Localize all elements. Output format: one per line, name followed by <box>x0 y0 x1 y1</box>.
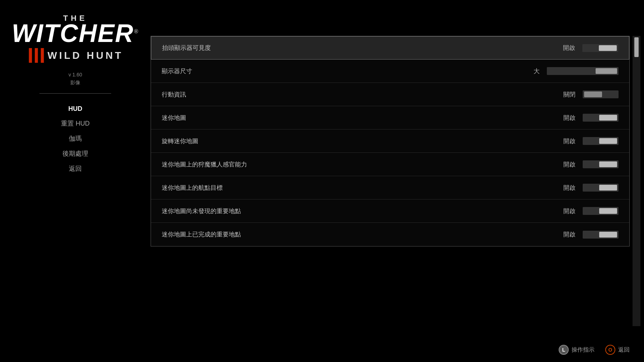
setting-label-hud-visibility: 抬頭顯示器可見度 <box>162 44 561 52</box>
setting-row-hud-visibility[interactable]: 抬頭顯示器可見度 開啟 <box>151 36 629 60</box>
toggle-rotate-minimap[interactable] <box>583 137 619 145</box>
toggle-thumb-hud-visibility <box>599 45 617 51</box>
toggle-thumb-minimap <box>599 115 617 121</box>
back-label: 返回 <box>618 346 630 354</box>
setting-label-display-size: 顯示器尺寸 <box>162 67 525 75</box>
setting-value-minimap: 開啟 <box>561 114 576 122</box>
slider-display-size[interactable] <box>547 67 619 75</box>
logo-area: THE WITCHER® III WILD HUNT v 1.60 影像 <box>12 14 139 87</box>
sidebar: THE WITCHER® III WILD HUNT v 1.60 影像 HUD… <box>0 0 151 362</box>
setting-label-action-info: 行動資訊 <box>162 90 561 99</box>
setting-label-witcher-senses: 迷你地圖上的狩魔獵人感官能力 <box>162 160 561 169</box>
scrollbar-thumb <box>634 37 639 57</box>
toggle-thumb-nav-target <box>599 185 617 191</box>
setting-label-undiscovered-poi: 迷你地圖尚未發現的重要地點 <box>162 207 561 215</box>
setting-row-action-info[interactable]: 行動資訊 關閉 <box>151 83 629 106</box>
nav-item-post-processing[interactable]: 後期處理 <box>55 148 95 159</box>
toggle-hud-visibility[interactable] <box>582 44 618 52</box>
setting-value-hud-visibility: 開啟 <box>561 44 575 52</box>
toggle-thumb-action-info <box>584 91 602 97</box>
setting-value-completed-poi: 開啟 <box>561 230 576 239</box>
bottom-bar: L 操作指示 O 返回 <box>559 345 630 355</box>
o-button-icon: O <box>605 345 615 355</box>
logo-wild-hunt: WILD HUNT <box>47 51 123 61</box>
toggle-completed-poi[interactable] <box>583 231 619 239</box>
setting-value-display-size: 大 <box>525 67 540 75</box>
back-hint-button: O 返回 <box>605 345 630 355</box>
setting-label-nav-target: 迷你地圖上的航點目標 <box>162 184 561 192</box>
toggle-undiscovered-poi[interactable] <box>583 207 619 215</box>
l-button-icon: L <box>559 345 569 355</box>
sidebar-divider <box>39 93 111 94</box>
setting-row-nav-target[interactable]: 迷你地圖上的航點目標 開啟 <box>151 176 629 199</box>
setting-value-witcher-senses: 開啟 <box>561 160 576 169</box>
setting-value-action-info: 關閉 <box>561 90 576 99</box>
version-number: v 1.60 <box>68 71 82 79</box>
setting-value-undiscovered-poi: 開啟 <box>561 207 576 215</box>
logo-witcher: WITCHER® <box>12 22 139 45</box>
setting-row-rotate-minimap[interactable]: 旋轉迷你地圖 開啟 <box>151 130 629 153</box>
category-label: 影像 <box>68 79 82 86</box>
toggle-thumb-witcher-senses <box>599 161 617 167</box>
setting-value-rotate-minimap: 開啟 <box>561 137 576 145</box>
setting-row-completed-poi[interactable]: 迷你地圖上已完成的重要地點 開啟 <box>151 223 629 246</box>
version-info: v 1.60 影像 <box>68 71 82 87</box>
nav-item-back[interactable]: 返回 <box>62 163 89 174</box>
setting-label-completed-poi: 迷你地圖上已完成的重要地點 <box>162 230 561 239</box>
nav-item-gamma[interactable]: 伽瑪 <box>62 133 89 144</box>
toggle-minimap[interactable] <box>583 114 619 122</box>
toggle-thumb-rotate-minimap <box>599 138 617 144</box>
setting-value-nav-target: 開啟 <box>561 184 576 192</box>
setting-row-minimap[interactable]: 迷你地圖 開啟 <box>151 106 629 130</box>
toggle-nav-target[interactable] <box>583 184 619 192</box>
setting-label-rotate-minimap: 旋轉迷你地圖 <box>162 137 561 145</box>
toggle-thumb-completed-poi <box>599 232 617 238</box>
toggle-witcher-senses[interactable] <box>583 160 619 168</box>
setting-label-minimap: 迷你地圖 <box>162 114 561 122</box>
toggle-action-info[interactable] <box>583 90 619 98</box>
nav-item-reset-hud[interactable]: 重置 HUD <box>54 118 97 129</box>
main-content: 抬頭顯示器可見度 開啟 顯示器尺寸 大 行動資訊 關閉 迷你地圖 開啟 <box>151 36 630 326</box>
slider-fill-display-size <box>596 68 617 74</box>
controls-label: 操作指示 <box>572 346 595 354</box>
settings-panel: 抬頭顯示器可見度 開啟 顯示器尺寸 大 行動資訊 關閉 迷你地圖 開啟 <box>151 36 630 246</box>
setting-row-undiscovered-poi[interactable]: 迷你地圖尚未發現的重要地點 開啟 <box>151 199 629 223</box>
nav-menu: HUD 重置 HUD 伽瑪 後期處理 返回 <box>54 104 97 174</box>
setting-row-witcher-senses[interactable]: 迷你地圖上的狩魔獵人感官能力 開啟 <box>151 153 629 176</box>
controls-hint-button: L 操作指示 <box>559 345 595 355</box>
scrollbar[interactable] <box>633 36 640 326</box>
logo-three: III <box>27 45 45 66</box>
nav-item-hud[interactable]: HUD <box>61 104 90 114</box>
setting-row-display-size[interactable]: 顯示器尺寸 大 <box>151 60 629 83</box>
toggle-thumb-undiscovered-poi <box>599 208 617 214</box>
